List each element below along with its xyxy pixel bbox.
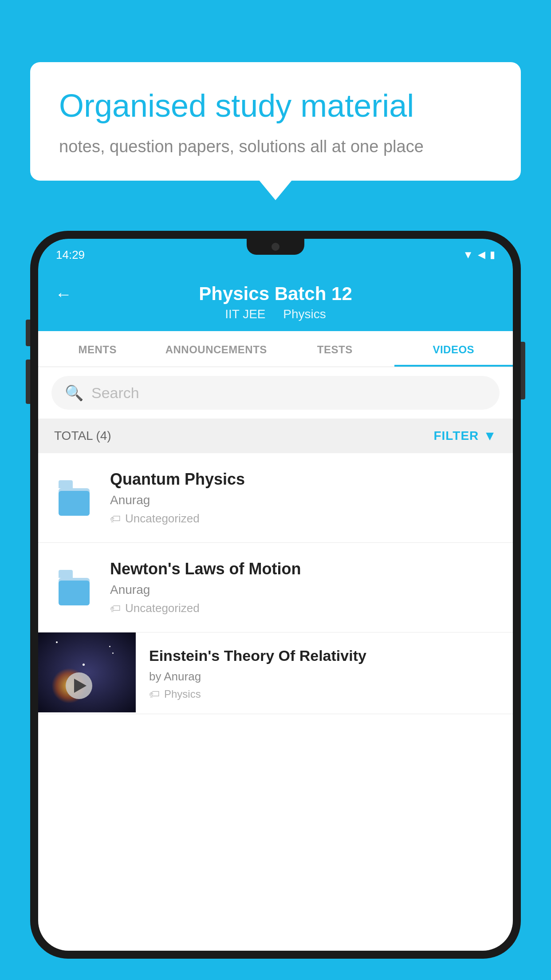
status-bar: 14:29 ▼ ◀ ▮: [38, 239, 513, 271]
star-decoration: [109, 646, 110, 647]
subtitle-part1: IIT JEE: [225, 307, 265, 321]
play-button[interactable]: [66, 672, 92, 699]
folder-icon-container: [54, 570, 94, 605]
tab-announcements[interactable]: ANNOUNCEMENTS: [157, 331, 276, 367]
signal-icon: ◀: [478, 249, 485, 261]
folder-icon: [59, 570, 90, 605]
video-tag: 🏷 Uncategorized: [110, 512, 497, 526]
video-author: Anurag: [110, 493, 497, 507]
phone-volume-up-button: [26, 320, 30, 346]
total-count: TOTAL (4): [54, 429, 111, 443]
filter-button[interactable]: FILTER ▼: [433, 428, 497, 443]
filter-bar: TOTAL (4) FILTER ▼: [38, 419, 513, 453]
speech-bubble-subtext: notes, question papers, solutions all at…: [59, 137, 492, 156]
subtitle-part2: Physics: [283, 307, 326, 321]
tab-bar: MENTS ANNOUNCEMENTS TESTS VIDEOS: [38, 331, 513, 367]
filter-label: FILTER: [433, 429, 479, 443]
video-tag: 🏷 Uncategorized: [110, 601, 497, 615]
tag-icon: 🏷: [149, 688, 160, 700]
phone-mockup: 14:29 ▼ ◀ ▮ ← Physics Batch 12 IIT JEE P…: [30, 231, 521, 980]
thumbnail-bg: [38, 632, 136, 712]
battery-icon: ▮: [490, 249, 495, 261]
phone-notch: [247, 239, 304, 255]
tag-label: Uncategorized: [125, 512, 200, 526]
tab-tests[interactable]: TESTS: [276, 331, 394, 367]
video-info: Quantum Physics Anurag 🏷 Uncategorized: [110, 470, 497, 526]
phone-screen: 14:29 ▼ ◀ ▮ ← Physics Batch 12 IIT JEE P…: [38, 239, 513, 951]
speech-bubble-card: Organised study material notes, question…: [30, 62, 521, 181]
back-button[interactable]: ←: [55, 285, 72, 304]
tag-label: Physics: [164, 688, 201, 700]
phone-power-button: [521, 342, 525, 399]
video-title: Einstein's Theory Of Relativity: [149, 646, 500, 665]
video-author: Anurag: [110, 583, 497, 597]
search-bar-container: 🔍 Search: [38, 367, 513, 419]
phone-frame: 14:29 ▼ ◀ ▮ ← Physics Batch 12 IIT JEE P…: [30, 231, 521, 959]
tag-icon: 🏷: [110, 513, 121, 525]
video-tag: 🏷 Physics: [149, 688, 500, 700]
video-info: Einstein's Theory Of Relativity by Anura…: [136, 632, 513, 714]
speech-bubble-section: Organised study material notes, question…: [30, 62, 521, 181]
speech-bubble-heading: Organised study material: [59, 87, 492, 125]
folder-icon: [59, 480, 90, 516]
video-info: Newton's Laws of Motion Anurag 🏷 Uncateg…: [110, 560, 497, 615]
search-input[interactable]: Search: [91, 384, 139, 402]
folder-icon-container: [54, 480, 94, 516]
app-subtitle: IIT JEE Physics: [221, 307, 330, 321]
phone-volume-down-button: [26, 360, 30, 404]
video-author: by Anurag: [149, 670, 500, 684]
tag-label: Uncategorized: [125, 601, 200, 615]
video-thumbnail: [38, 632, 136, 712]
star-decoration: [83, 664, 85, 666]
tab-videos[interactable]: VIDEOS: [394, 331, 513, 367]
list-item[interactable]: Quantum Physics Anurag 🏷 Uncategorized: [38, 453, 513, 543]
status-time: 14:29: [56, 248, 85, 262]
wifi-icon: ▼: [463, 249, 473, 261]
star-decoration: [56, 641, 58, 643]
star-decoration: [112, 652, 114, 654]
app-header: ← Physics Batch 12 IIT JEE Physics: [38, 271, 513, 331]
play-icon: [74, 679, 87, 693]
search-bar[interactable]: 🔍 Search: [51, 376, 500, 410]
status-icons: ▼ ◀ ▮: [463, 249, 495, 261]
video-list: Quantum Physics Anurag 🏷 Uncategorized: [38, 453, 513, 951]
video-title: Quantum Physics: [110, 470, 497, 489]
app-title: Physics Batch 12: [199, 283, 352, 304]
camera-dot: [272, 243, 279, 251]
filter-icon: ▼: [483, 428, 497, 443]
tag-icon: 🏷: [110, 602, 121, 615]
list-item[interactable]: Einstein's Theory Of Relativity by Anura…: [38, 632, 513, 714]
list-item[interactable]: Newton's Laws of Motion Anurag 🏷 Uncateg…: [38, 543, 513, 632]
video-title: Newton's Laws of Motion: [110, 560, 497, 578]
tab-ments[interactable]: MENTS: [38, 331, 157, 367]
search-icon: 🔍: [65, 384, 83, 402]
